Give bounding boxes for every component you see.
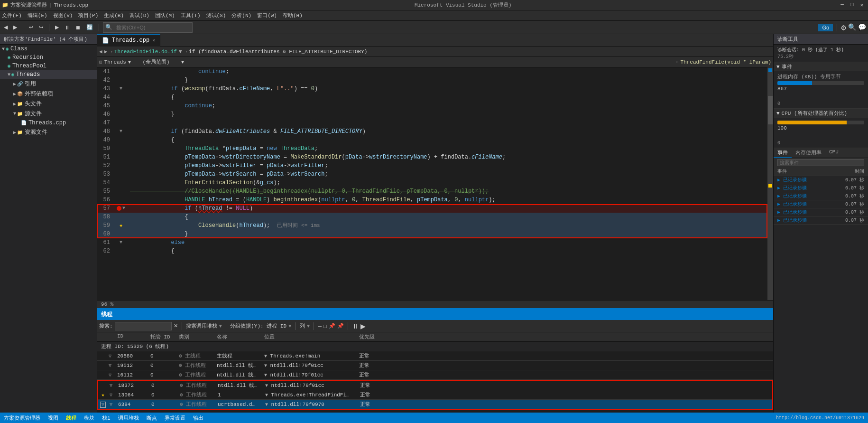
event-tab-cpu[interactable]: CPU: [825, 148, 842, 158]
status-solution-explorer[interactable]: 方案资源管理器: [4, 414, 40, 422]
thread-row-18372[interactable]: ▽ 18372 0 ⚙ 工作线程 ntdll.dll 线程 ▼ ntdll.dl…: [98, 381, 772, 390]
collapse-43[interactable]: ▼: [120, 85, 122, 93]
thread-arrow-2: ▽: [107, 363, 113, 368]
sidebar-item-resources[interactable]: ▶ 📁 资源文件: [0, 127, 97, 137]
go-button[interactable]: Go: [818, 24, 833, 31]
menu-team[interactable]: 团队(M): [155, 12, 175, 19]
threads-tab-label[interactable]: Threads: [104, 59, 126, 65]
cpu-section-header[interactable]: ▼ CPU (所有处理器的百分比): [774, 109, 868, 118]
code-view[interactable]: 41 continue; 42 } 43 ▼ if (wcscmp(findDa…: [97, 67, 773, 300]
collapse-57[interactable]: ▼: [122, 204, 125, 213]
nav-arrow-left[interactable]: ◀: [99, 48, 102, 55]
menu-window[interactable]: 窗口(W): [257, 12, 277, 19]
nav-path[interactable]: ThreadFindFile.do.if: [114, 49, 177, 55]
unpin-btn[interactable]: 📌: [337, 323, 344, 329]
menu-project[interactable]: 项目(P): [78, 12, 98, 19]
event-tab-memory[interactable]: 内存使用率: [792, 148, 825, 158]
thread-row-6384[interactable]: ▽ ▽ 6384 0 ⚙ 工作线程 ucrtbased.dll 线程 ▼ ntd…: [98, 400, 772, 409]
clear-search-btn[interactable]: ✕: [174, 323, 178, 329]
event-time-2: 0.07 秒: [845, 185, 864, 191]
debug-stop-btn[interactable]: ⏹: [74, 24, 83, 31]
event-time-4: 0.07 秒: [845, 201, 864, 207]
status-threads[interactable]: 线程: [66, 414, 76, 422]
diag-memory: 进程内存 (KB)) 专用字节 867 0: [774, 71, 868, 109]
menu-help[interactable]: 帮助(H): [283, 12, 303, 19]
columns-dropdown[interactable]: ▼: [307, 323, 310, 329]
maximize-btn[interactable]: □: [848, 2, 857, 8]
restore-panel-btn[interactable]: □: [323, 323, 327, 329]
search-input[interactable]: [114, 24, 190, 31]
code-scrollbar[interactable]: [767, 67, 773, 300]
status-callstack[interactable]: 调用堆栈: [118, 414, 139, 422]
sidebar-item-threadpool[interactable]: ◉ ThreadPool: [0, 62, 97, 70]
sidebar-item-headers[interactable]: ▶ 📁 头文件: [0, 99, 97, 109]
sidebar-item-recursion[interactable]: ◉ Recursion: [0, 53, 97, 62]
feedback-icon[interactable]: 💬: [858, 23, 866, 31]
debug-start-btn[interactable]: ▶: [53, 23, 61, 31]
search-callstack-btn[interactable]: 搜索调用堆栈: [186, 322, 217, 329]
col-h-priority[interactable]: 优先级: [355, 333, 393, 340]
pin-btn[interactable]: 📌: [329, 323, 335, 329]
search2-icon[interactable]: 🔍: [848, 23, 856, 31]
forward-btn[interactable]: ▶: [11, 23, 19, 31]
status-breakpoints[interactable]: 断点: [147, 414, 157, 422]
pause-threads-btn[interactable]: ⏸: [352, 322, 359, 330]
diag-events-section[interactable]: ▼ 事件: [774, 62, 868, 71]
close-btn[interactable]: ✕: [857, 2, 866, 8]
menu-file[interactable]: 文件(F): [2, 12, 22, 19]
nav2-dropdown[interactable]: ▼: [128, 59, 131, 65]
menu-analyze[interactable]: 分析(N): [231, 12, 251, 19]
col-h-name[interactable]: 名称: [213, 333, 260, 340]
collapse-48[interactable]: ▼: [120, 127, 122, 136]
undo-btn[interactable]: ↩: [27, 23, 35, 31]
menu-test[interactable]: 测试(S): [206, 12, 226, 19]
search-events-input[interactable]: [777, 159, 864, 166]
sidebar-item-refs[interactable]: ▶ 🔗 引用: [0, 79, 97, 89]
sidebar-item-threadscpp[interactable]: 📄 Threads.cpp: [0, 119, 97, 127]
nav-arrow-right[interactable]: ▶: [104, 48, 108, 55]
status-view[interactable]: 视图: [48, 414, 58, 422]
sidebar-item-externaldeps[interactable]: ▶ 📦 外部依赖项: [0, 89, 97, 99]
back-btn[interactable]: ◀: [2, 23, 9, 31]
nav-dropdown[interactable]: ▼: [179, 49, 182, 55]
status-modules[interactable]: 模块: [84, 414, 94, 422]
minimize-btn[interactable]: ─: [838, 2, 847, 8]
redo-btn[interactable]: ↪: [37, 23, 45, 31]
event-tab-events[interactable]: 事件: [774, 148, 792, 158]
minimize-panel-btn[interactable]: ─: [318, 323, 322, 329]
window-controls[interactable]: ─ □ ✕: [838, 2, 866, 8]
sources-label: 源文件: [25, 110, 42, 118]
groupby-dropdown[interactable]: ▼: [288, 323, 292, 329]
tab-close-btn[interactable]: ✕: [152, 38, 155, 43]
menu-edit[interactable]: 编辑(E): [28, 12, 47, 19]
col-h-managed[interactable]: 托管 ID: [147, 333, 175, 340]
thread-row-16112[interactable]: ▽ 16112 0 ⚙ 工作线程 ntdll.dll 线程 ▼ ntdll.dl…: [97, 370, 773, 380]
debug-restart-btn[interactable]: 🔄: [84, 23, 95, 31]
sidebar-item-class[interactable]: ▼ ◉ Class: [0, 45, 97, 53]
events-section-label: 事件: [782, 63, 792, 70]
thread-row-13064[interactable]: ★ ▽ 13064 0 ⚙ 工作线程 1 ▼ Threads.exe!Threa…: [98, 390, 772, 400]
debug-pause-btn[interactable]: ⏸: [63, 24, 72, 31]
col-h-type[interactable]: 类别: [175, 333, 213, 340]
scrollbar-thumb[interactable]: [768, 96, 773, 124]
settings-icon[interactable]: ⚙: [841, 22, 846, 33]
menu-build[interactable]: 生成(B): [104, 12, 124, 19]
status-exceptions[interactable]: 异常设置: [165, 414, 185, 422]
sidebar-item-threads[interactable]: ▼ ◉ Threads: [0, 70, 97, 79]
col-h-id[interactable]: ID: [113, 333, 147, 340]
nav2-func: ThreadFindFile(void * lParam): [681, 59, 771, 65]
collapse-61[interactable]: ▼: [120, 238, 122, 247]
resume-threads-btn[interactable]: ▶: [360, 322, 366, 330]
col-h-location[interactable]: 位置: [260, 333, 355, 340]
threads-search-input[interactable]: [115, 322, 172, 330]
nav2-scope-dropdown[interactable]: ▼: [181, 59, 185, 65]
thread-row-19512[interactable]: ▽ 19512 0 ⚙ 工作线程 ntdll.dll 线程 ▼ ntdll.dl…: [97, 361, 773, 370]
menu-tools[interactable]: 工具(T): [181, 12, 201, 19]
status-output[interactable]: 输出: [193, 414, 203, 422]
menu-debug[interactable]: 调试(D): [129, 12, 149, 19]
status-stack1[interactable]: 栈1: [102, 414, 111, 422]
menu-view[interactable]: 视图(V): [53, 12, 73, 19]
sidebar-item-sources[interactable]: ▼ 📁 源文件: [0, 109, 97, 119]
tab-threadscpp[interactable]: 📄 Threads.cpp ✕: [97, 34, 160, 47]
thread-row-20580[interactable]: ▽ 20580 0 ⚙ 主线程 主线程 ▼ Threads.exe!main 正…: [97, 351, 773, 361]
